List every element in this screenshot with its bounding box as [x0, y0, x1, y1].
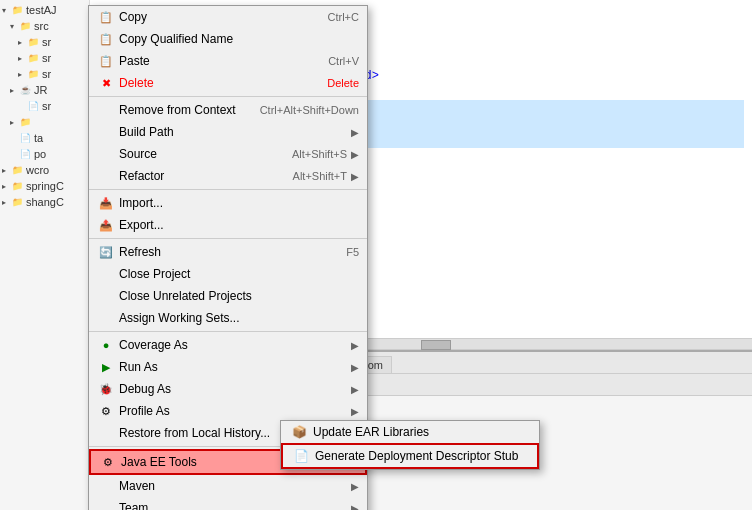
tree-item-jr[interactable]: ▸ ☕ JR [0, 82, 89, 98]
folder-icon: 📁 [26, 51, 40, 65]
team-arrow: ▶ [351, 503, 359, 511]
java-icon: ☕ [18, 83, 32, 97]
tree-item-ta[interactable]: 📄 ta [0, 130, 89, 146]
remove-context-shortcut: Ctrl+Alt+Shift+Down [260, 104, 359, 116]
tree-item-sr3[interactable]: ▸ 📁 sr [0, 66, 89, 82]
copy-qualified-icon: 📋 [97, 31, 115, 47]
coverage-icon: ● [97, 337, 115, 353]
java-ee-submenu: 📦 Update EAR Libraries 📄 Generate Deploy… [280, 420, 540, 470]
folder-icon: 📁 [18, 115, 32, 129]
menu-item-coverage-as[interactable]: ● Coverage As ▶ [89, 334, 367, 356]
close-unrelated-label: Close Unrelated Projects [119, 289, 359, 303]
menu-item-assign-working[interactable]: Assign Working Sets... [89, 307, 367, 329]
folder-icon: 📁 [18, 19, 32, 33]
team-icon [97, 500, 115, 510]
remove-context-icon [97, 102, 115, 118]
run-as-icon: ▶ [97, 359, 115, 375]
refactor-shortcut: Alt+Shift+T [293, 170, 347, 182]
file-icon: 📄 [18, 147, 32, 161]
import-icon: 📥 [97, 195, 115, 211]
menu-item-close-project[interactable]: Close Project [89, 263, 367, 285]
generate-descriptor-label: Generate Deployment Descriptor Stub [315, 449, 518, 463]
profile-as-icon: ⚙ [97, 403, 115, 419]
menu-item-team[interactable]: Team ▶ [89, 497, 367, 510]
copy-icon: 📋 [97, 9, 115, 25]
export-label: Export... [119, 218, 359, 232]
folder-icon: 📁 [26, 35, 40, 49]
tree-item-wcro[interactable]: ▸ 📁 wcro [0, 162, 89, 178]
menu-item-refactor[interactable]: Refactor Alt+Shift+T ▶ [89, 165, 367, 187]
copy-shortcut: Ctrl+C [328, 11, 359, 23]
coverage-arrow: ▶ [351, 340, 359, 351]
update-ear-label: Update EAR Libraries [313, 425, 429, 439]
separator-1 [89, 96, 367, 97]
source-arrow: ▶ [351, 149, 359, 160]
source-shortcut: Alt+Shift+S [292, 148, 347, 160]
remove-context-label: Remove from Context [119, 103, 252, 117]
refresh-shortcut: F5 [346, 246, 359, 258]
close-project-label: Close Project [119, 267, 359, 281]
menu-item-run-as[interactable]: ▶ Run As ▶ [89, 356, 367, 378]
separator-3 [89, 238, 367, 239]
tree-item-sr2[interactable]: ▸ 📁 sr [0, 50, 89, 66]
delete-label: Delete [119, 76, 319, 90]
delete-icon: ✖ [97, 75, 115, 91]
menu-item-maven[interactable]: Maven ▶ [89, 475, 367, 497]
tree-item-empty[interactable]: ▸ 📁 [0, 114, 89, 130]
separator-2 [89, 189, 367, 190]
delete-shortcut: Delete [327, 77, 359, 89]
menu-item-import[interactable]: 📥 Import... [89, 192, 367, 214]
menu-item-delete[interactable]: ✖ Delete Delete [89, 72, 367, 94]
maven-icon [97, 478, 115, 494]
generate-descriptor-icon: 📄 [291, 448, 311, 464]
menu-item-export[interactable]: 📤 Export... [89, 214, 367, 236]
tree-item-springc[interactable]: ▸ 📁 springC [0, 178, 89, 194]
tree-item-sr4[interactable]: 📄 sr [0, 98, 89, 114]
paste-label: Paste [119, 54, 320, 68]
paste-icon: 📋 [97, 53, 115, 69]
source-icon [97, 146, 115, 162]
close-project-icon [97, 266, 115, 282]
menu-item-paste[interactable]: 📋 Paste Ctrl+V [89, 50, 367, 72]
profile-as-arrow: ▶ [351, 406, 359, 417]
menu-item-remove-context[interactable]: Remove from Context Ctrl+Alt+Shift+Down [89, 99, 367, 121]
menu-item-debug-as[interactable]: 🐞 Debug As ▶ [89, 378, 367, 400]
menu-item-profile-as[interactable]: ⚙ Profile As ▶ [89, 400, 367, 422]
project-tree-panel: ▾ 📁 testAJ ▾ 📁 src ▸ 📁 sr ▸ 📁 sr ▸ 📁 sr … [0, 0, 90, 510]
tree-item-testaj[interactable]: ▾ 📁 testAJ [0, 2, 89, 18]
copy-qualified-label: Copy Qualified Name [119, 32, 359, 46]
refactor-arrow: ▶ [351, 171, 359, 182]
folder-icon: 📁 [10, 195, 24, 209]
submenu-item-generate-descriptor[interactable]: 📄 Generate Deployment Descriptor Stub [281, 443, 539, 469]
build-path-label: Build Path [119, 125, 347, 139]
tree-item-src[interactable]: ▾ 📁 src [0, 18, 89, 34]
tree-item-po[interactable]: 📄 po [0, 146, 89, 162]
update-ear-icon: 📦 [289, 424, 309, 440]
refresh-label: Refresh [119, 245, 338, 259]
file-icon: 📄 [26, 99, 40, 113]
debug-as-label: Debug As [119, 382, 347, 396]
folder-icon: 📁 [10, 163, 24, 177]
folder-icon: 📁 [26, 67, 40, 81]
refactor-label: Refactor [119, 169, 285, 183]
menu-item-build-path[interactable]: Build Path ▶ [89, 121, 367, 143]
debug-as-icon: 🐞 [97, 381, 115, 397]
menu-item-close-unrelated[interactable]: Close Unrelated Projects [89, 285, 367, 307]
tree-item-sr1[interactable]: ▸ 📁 sr [0, 34, 89, 50]
refactor-icon [97, 168, 115, 184]
menu-item-source[interactable]: Source Alt+Shift+S ▶ [89, 143, 367, 165]
export-icon: 📤 [97, 217, 115, 233]
tree-item-shangc[interactable]: ▸ 📁 shangC [0, 194, 89, 210]
submenu-item-update-ear[interactable]: 📦 Update EAR Libraries [281, 421, 539, 443]
menu-item-copy-qualified[interactable]: 📋 Copy Qualified Name [89, 28, 367, 50]
refresh-icon: 🔄 [97, 244, 115, 260]
scrollbar-thumb[interactable] [421, 340, 451, 350]
import-label: Import... [119, 196, 359, 210]
menu-item-copy[interactable]: 📋 Copy Ctrl+C [89, 6, 367, 28]
folder-icon: 📁 [10, 3, 24, 17]
coverage-as-label: Coverage As [119, 338, 347, 352]
menu-item-refresh[interactable]: 🔄 Refresh F5 [89, 241, 367, 263]
debug-as-arrow: ▶ [351, 384, 359, 395]
team-label: Team [119, 501, 347, 510]
maven-arrow: ▶ [351, 481, 359, 492]
